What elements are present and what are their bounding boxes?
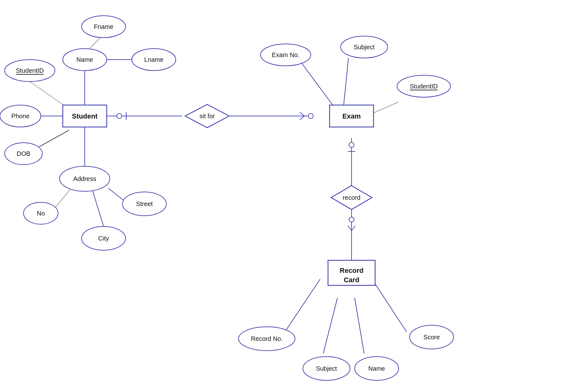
- entity-student-label: Student: [72, 112, 98, 120]
- attr-record-no-label: Record No.: [251, 335, 282, 342]
- attr-no-label: No: [37, 210, 45, 217]
- attr-exam-no-label: Exam No.: [272, 51, 299, 58]
- attr-fname-label: Fname: [94, 23, 113, 30]
- line-subject-rc: [323, 298, 337, 353]
- crowfoot-rc-right: [352, 226, 355, 230]
- er-diagram: Student Exam Record Card sit for record …: [0, 0, 565, 392]
- line-recordno-rc: [285, 279, 320, 332]
- entity-exam-label: Exam: [342, 112, 361, 120]
- crowfoot-bottom: [300, 116, 304, 120]
- entity-record-card-label1: Record: [340, 267, 363, 274]
- entity-record-card-label2: Card: [344, 276, 359, 284]
- attr-phone-label: Phone: [11, 113, 30, 119]
- line-studentid-exam: [374, 102, 399, 113]
- line-street-address: [108, 188, 124, 201]
- crowfoot-top: [300, 112, 304, 116]
- zero-circle-left: [117, 114, 122, 119]
- attr-address-label: Address: [73, 175, 96, 182]
- attr-dob-label: DOB: [17, 150, 30, 157]
- line-city-address: [93, 191, 104, 226]
- zero-circle-right: [308, 114, 313, 119]
- rel-sit-for-label: sit for: [200, 113, 215, 119]
- line-no-address: [56, 189, 71, 207]
- attr-student-id-exam-label: StudentID: [410, 83, 438, 90]
- attr-name-rc-label: Name: [368, 365, 385, 372]
- attr-street-label: Street: [136, 200, 153, 207]
- attr-name-label: Name: [76, 56, 93, 63]
- rel-record-label: record: [343, 194, 361, 201]
- line-name-rc: [355, 298, 364, 353]
- attr-student-id-label: StudentID: [16, 67, 44, 74]
- line-subject-exam: [344, 58, 348, 105]
- line-examno-exam: [301, 63, 333, 105]
- line-dob-student: [39, 130, 69, 147]
- line-fname-name: [89, 38, 100, 49]
- attr-score-label: Score: [423, 334, 440, 341]
- attr-lname-label: Lname: [144, 56, 163, 63]
- attr-city-label: City: [98, 235, 109, 242]
- line-score-rc: [375, 284, 406, 332]
- attr-subject-exam-label: Subject: [354, 44, 375, 50]
- crowfoot-rc-left: [348, 226, 352, 230]
- line-studentid-student: [30, 82, 66, 107]
- zero-circle-exam-bottom: [349, 142, 354, 147]
- attr-subject-rc-label: Subject: [316, 365, 337, 372]
- zero-circle-record-bottom: [349, 217, 354, 222]
